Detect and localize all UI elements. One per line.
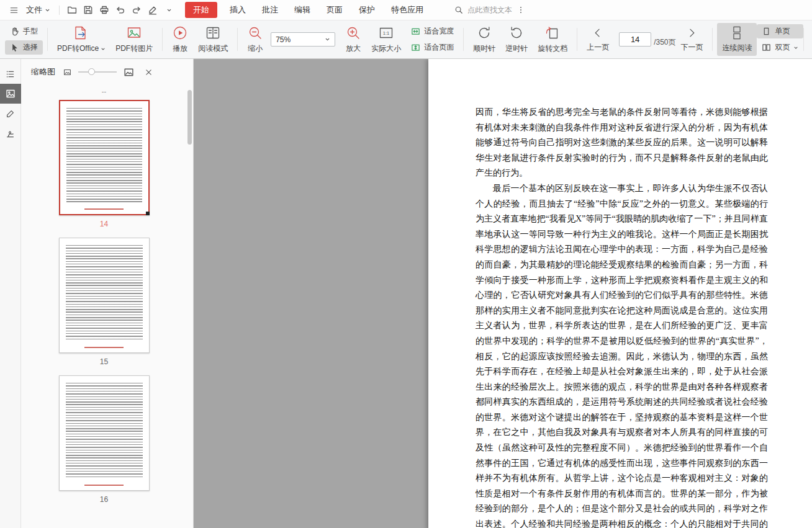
outline-icon[interactable] xyxy=(0,64,21,84)
slider-knob[interactable] xyxy=(88,68,95,75)
main-area: 缩略图 -- 14 15 16 xyxy=(0,59,812,528)
background-button[interactable]: 背景 xyxy=(808,23,812,56)
actual-size-button[interactable]: 1:1 实际大小 xyxy=(366,23,406,56)
pen-tool-icon[interactable] xyxy=(145,3,160,17)
rotate-counterclockwise-button[interactable]: 逆时针 xyxy=(500,23,533,56)
tab-insert[interactable]: 插入 xyxy=(222,2,253,18)
sidebar-icon-strip xyxy=(0,59,21,528)
divider xyxy=(59,6,60,15)
rotate-document-label: 旋转文档 xyxy=(538,43,567,54)
signature-icon[interactable] xyxy=(0,123,21,143)
select-tool-label: 选择 xyxy=(23,42,38,53)
fit-page-label: 适合页面 xyxy=(424,42,454,53)
zoom-in-label: 放大 xyxy=(346,43,361,54)
select-tool-button[interactable]: 选择 xyxy=(5,40,43,55)
toolbar: 手型 选择 PDF转Office PDF转图片 播放 阅读模式 缩小 75% 放… xyxy=(0,20,812,59)
rotate-clockwise-label: 顺时针 xyxy=(473,43,495,54)
continuous-reading-label: 连续阅读 xyxy=(722,43,752,53)
search-placeholder: 点此查找文本 xyxy=(467,5,512,16)
pdf-to-office-button[interactable]: PDF转Office xyxy=(52,23,111,56)
close-panel-icon[interactable] xyxy=(145,68,153,76)
zoom-in-button[interactable]: 放大 xyxy=(340,23,366,56)
thumbnail-size-slider[interactable] xyxy=(78,71,117,73)
chevron-down-icon xyxy=(793,45,798,50)
pdf-page[interactable]: 因而，华生将反省的思考完全与老鼠的条件反射同等看待，米德则能够根据有机体对未来刺… xyxy=(428,59,812,528)
thumbnail-page-16[interactable] xyxy=(59,375,150,491)
actual-size-icon: 1:1 xyxy=(378,25,394,41)
next-page-button[interactable]: 下一页 xyxy=(675,23,708,56)
separator xyxy=(47,28,48,51)
chevron-right-icon xyxy=(685,26,698,40)
thumbnail-page-number: 16 xyxy=(100,495,108,504)
zoom-out-button[interactable]: 缩小 xyxy=(242,23,268,56)
page-text: 因而，华生将反省的思考完全与老鼠的条件反射同等看待，米德则能够根据有机体对未来刺… xyxy=(428,59,812,528)
tab-page[interactable]: 页面 xyxy=(319,2,350,18)
thumbnails-icon[interactable] xyxy=(0,84,21,104)
fit-page-button[interactable]: 适合页面 xyxy=(406,40,459,55)
thumbnail-content xyxy=(66,245,143,341)
document-area[interactable]: 因而，华生将反省的思考完全与老鼠的条件反射同等看待，米德则能够根据有机体对未来刺… xyxy=(194,59,812,528)
continuous-reading-icon xyxy=(729,25,744,40)
file-menu[interactable]: 文件 xyxy=(22,2,54,18)
separator xyxy=(577,28,577,51)
chevron-left-icon xyxy=(591,26,605,40)
thumbnail-size-large-icon[interactable] xyxy=(124,67,134,78)
reading-mode-button[interactable]: 阅读模式 xyxy=(193,23,233,56)
redo-icon[interactable] xyxy=(129,3,144,17)
rotate-counterclockwise-icon xyxy=(508,25,525,41)
undo-icon[interactable] xyxy=(113,3,128,17)
tab-protect[interactable]: 保护 xyxy=(351,2,382,18)
zoom-level-select[interactable]: 75% xyxy=(271,32,335,47)
single-page-button[interactable]: 单页 xyxy=(757,24,803,38)
pdf-to-image-label: PDF转图片 xyxy=(115,43,153,54)
page-total-label: /350页 xyxy=(654,37,675,48)
thumbnail-top-label: -- xyxy=(102,87,106,95)
tab-home[interactable]: 开始 xyxy=(185,2,217,18)
hand-icon xyxy=(10,27,19,36)
quick-access-chevron-icon[interactable] xyxy=(161,3,176,17)
previous-page-label: 上一页 xyxy=(587,42,609,53)
thumbnail-content xyxy=(66,108,142,203)
tab-special-apps[interactable]: 特色应用 xyxy=(384,2,431,18)
fit-width-button[interactable]: 适合宽度 xyxy=(406,24,459,38)
thumbnail-footer-mark xyxy=(84,347,124,348)
annotation-icon[interactable] xyxy=(0,104,21,123)
page-number-input[interactable] xyxy=(619,32,651,47)
search-box[interactable]: 点此查找文本 xyxy=(454,5,525,16)
next-page-label: 下一页 xyxy=(680,42,703,53)
single-page-icon xyxy=(762,27,771,36)
print-icon[interactable] xyxy=(97,3,112,17)
paragraph: 因而，华生将反省的思考完全与老鼠的条件反射同等看待，米德则能够根据有机体对未来刺… xyxy=(476,105,768,181)
tab-annotate[interactable]: 批注 xyxy=(255,2,286,18)
tool-mode-group: 手型 选择 xyxy=(5,23,43,56)
thumbnail-page-number: 14 xyxy=(100,220,108,228)
tab-edit[interactable]: 编辑 xyxy=(287,2,318,18)
thumbnail-page-14[interactable] xyxy=(59,100,150,215)
fit-width-icon xyxy=(411,27,420,36)
rotate-clockwise-button[interactable]: 顺时针 xyxy=(468,23,500,56)
pdf-to-image-button[interactable]: PDF转图片 xyxy=(111,23,158,56)
fit-width-label: 适合宽度 xyxy=(424,26,454,37)
separator xyxy=(463,28,464,51)
save-icon[interactable] xyxy=(81,3,96,17)
svg-text:1:1: 1:1 xyxy=(383,30,389,36)
thumbnail-page-15[interactable] xyxy=(59,238,150,353)
double-page-button[interactable]: 双页 xyxy=(757,40,803,55)
thumbnail-size-small-icon[interactable] xyxy=(63,68,71,76)
thumbnail-selection-handle xyxy=(146,212,150,215)
kebab-menu-icon[interactable] xyxy=(517,6,525,14)
reading-mode-icon xyxy=(205,25,221,41)
chevron-down-icon xyxy=(45,7,50,13)
rotate-document-icon xyxy=(544,25,561,41)
hamburger-menu-icon[interactable] xyxy=(6,3,21,17)
previous-page-button[interactable]: 上一页 xyxy=(582,23,614,56)
continuous-reading-button[interactable]: 连续阅读 xyxy=(717,23,757,56)
pdf-to-office-label: PDF转Office xyxy=(57,43,99,54)
thumbnail-content xyxy=(66,383,143,479)
play-button[interactable]: 播放 xyxy=(167,23,193,56)
panel-scrollbar[interactable] xyxy=(187,90,192,145)
open-file-icon[interactable] xyxy=(65,3,79,17)
reading-mode-label: 阅读模式 xyxy=(198,43,228,54)
rotate-document-button[interactable]: 旋转文档 xyxy=(533,23,572,56)
hand-tool-button[interactable]: 手型 xyxy=(5,24,43,38)
